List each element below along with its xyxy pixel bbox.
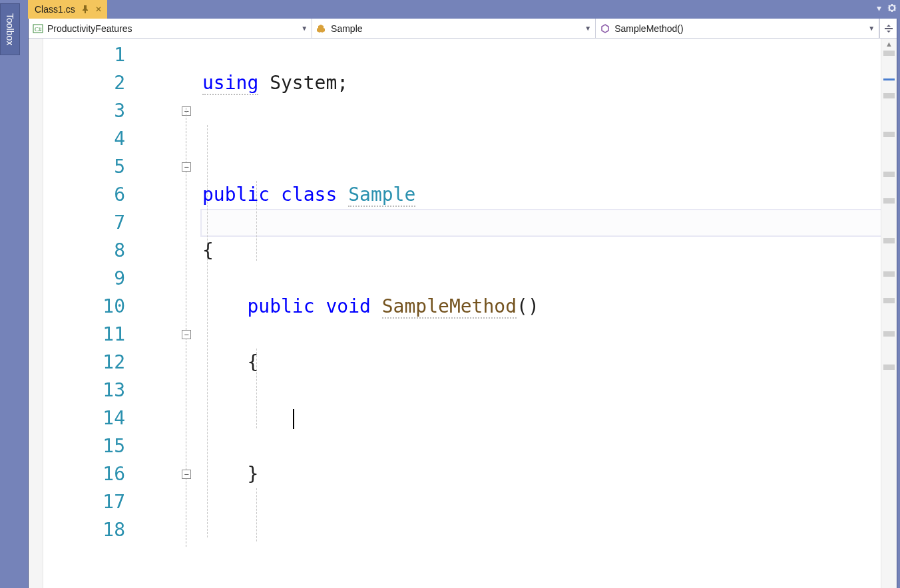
split-editor-icon[interactable] bbox=[879, 19, 897, 38]
editor-shell: C# ProductivityFeatures ▼ Sample ▼ Sampl… bbox=[28, 19, 897, 588]
line-number: 14 bbox=[43, 404, 125, 432]
overview-caret-mark bbox=[883, 78, 895, 80]
nav-class-dropdown[interactable]: Sample ▼ bbox=[312, 19, 596, 38]
line-number: 18 bbox=[43, 516, 125, 544]
gear-icon[interactable] bbox=[887, 3, 897, 13]
code-text-area[interactable]: using System; public class Sample { publ… bbox=[146, 39, 881, 588]
line-number: 9 bbox=[43, 265, 125, 293]
line-number: 12 bbox=[43, 349, 125, 376]
nav-member-label: SampleMethod() bbox=[614, 23, 684, 34]
nav-project-dropdown[interactable]: C# ProductivityFeatures ▼ bbox=[29, 19, 312, 38]
token-keyword: void bbox=[326, 295, 370, 317]
tabstrip-actions: ▾ bbox=[877, 3, 897, 13]
document-tab-filename: Class1.cs bbox=[35, 4, 75, 15]
line-number: 15 bbox=[43, 432, 125, 460]
chevron-down-icon: ▼ bbox=[301, 25, 308, 32]
overview-mark bbox=[883, 198, 895, 204]
token-brace: } bbox=[247, 463, 258, 485]
code-nav-bar: C# ProductivityFeatures ▼ Sample ▼ Sampl… bbox=[29, 19, 897, 39]
nav-project-label: ProductivityFeatures bbox=[47, 23, 132, 34]
overview-mark bbox=[883, 93, 895, 98]
text-caret bbox=[293, 409, 294, 429]
line-number: 11 bbox=[43, 321, 125, 349]
token-namespace: System bbox=[270, 72, 337, 94]
line-number: 1 bbox=[43, 41, 125, 69]
overview-mark bbox=[883, 298, 895, 303]
scroll-up-icon[interactable]: ▲ bbox=[881, 40, 897, 48]
line-number: 17 bbox=[43, 488, 125, 516]
overflow-chevron-icon[interactable]: ▾ bbox=[877, 3, 881, 13]
overview-mark bbox=[883, 51, 895, 56]
line-number: 8 bbox=[43, 237, 125, 265]
toolbox-label: Toolbox bbox=[5, 13, 15, 45]
token-method: SampleMethod bbox=[382, 295, 517, 319]
document-tab-strip: Class1.cs ✕ ▾ bbox=[28, 0, 897, 19]
overview-mark bbox=[883, 238, 895, 243]
line-number: 10 bbox=[43, 293, 125, 321]
token-keyword: public bbox=[247, 295, 314, 317]
overview-mark bbox=[883, 365, 895, 370]
line-number: 4 bbox=[43, 125, 125, 153]
overview-mark bbox=[883, 132, 895, 137]
pin-icon[interactable] bbox=[82, 5, 89, 13]
line-number: 3 bbox=[43, 97, 125, 125]
close-icon[interactable]: ✕ bbox=[95, 5, 102, 14]
line-number: 2 bbox=[43, 69, 125, 97]
token-type: Sample bbox=[348, 184, 415, 207]
vertical-scrollbar[interactable]: ▲ ▼ bbox=[881, 39, 897, 588]
svg-rect-2 bbox=[885, 28, 893, 29]
line-number: 13 bbox=[43, 376, 125, 404]
token-keyword: using bbox=[202, 72, 258, 95]
method-icon bbox=[600, 23, 610, 34]
token-keyword: class bbox=[281, 184, 337, 206]
token-punct: ; bbox=[337, 72, 348, 94]
nav-member-dropdown[interactable]: SampleMethod() ▼ bbox=[596, 19, 879, 38]
token-brace: { bbox=[202, 239, 214, 261]
chevron-down-icon: ▼ bbox=[584, 25, 591, 32]
token-brace: { bbox=[247, 351, 258, 373]
line-number: 7 bbox=[43, 209, 125, 237]
svg-text:C#: C# bbox=[35, 26, 42, 33]
code-editor[interactable]: 1 2 3 4 5 6 7 8 9 10 11 12 13 14 15 16 1… bbox=[29, 39, 897, 588]
class-icon bbox=[316, 23, 327, 34]
line-number: 6 bbox=[43, 181, 125, 209]
token-punct: () bbox=[517, 295, 539, 317]
csharp-project-icon: C# bbox=[33, 23, 43, 34]
nav-class-label: Sample bbox=[331, 23, 362, 34]
toolbox-panel-tab[interactable]: Toolbox bbox=[0, 3, 20, 55]
line-number: 5 bbox=[43, 153, 125, 181]
chevron-down-icon: ▼ bbox=[868, 25, 875, 32]
overview-mark bbox=[883, 271, 895, 277]
token-keyword: public bbox=[202, 184, 270, 206]
overview-mark bbox=[883, 331, 895, 337]
document-tab-class1[interactable]: Class1.cs ✕ bbox=[28, 0, 107, 19]
indicator-margin bbox=[29, 39, 43, 588]
line-number: 16 bbox=[43, 460, 125, 488]
overview-mark bbox=[883, 172, 895, 177]
line-number-gutter: 1 2 3 4 5 6 7 8 9 10 11 12 13 14 15 16 1… bbox=[43, 39, 146, 588]
